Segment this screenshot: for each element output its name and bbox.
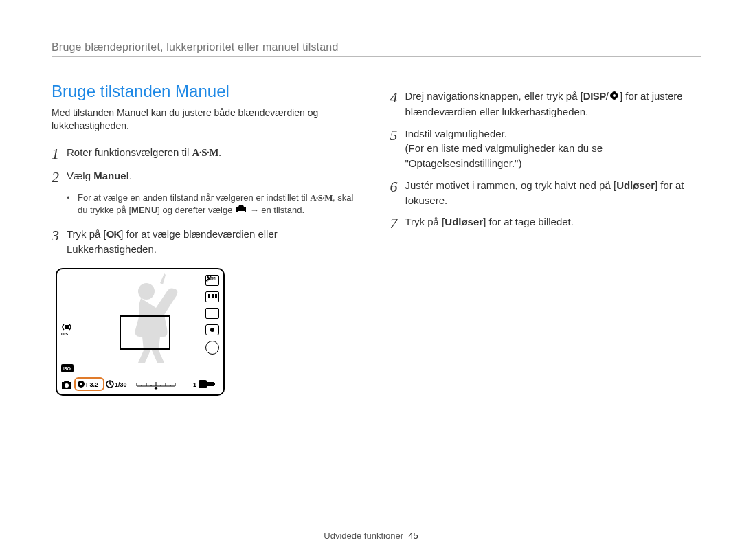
- step-number: 5: [390, 126, 405, 143]
- step-number: 3: [52, 227, 67, 243]
- menu-key-icon: MENU: [131, 205, 157, 215]
- step-number: 4: [390, 89, 405, 105]
- flash-off-icon: [205, 341, 219, 355]
- step-body: Vælg Manuel.: [67, 168, 132, 183]
- two-column-layout: Bruge tilstanden Manuel Med tilstanden M…: [52, 82, 701, 396]
- step-text: Roter funktionsvælgeren til: [67, 146, 192, 158]
- note-part: ] og derefter vælge: [157, 205, 235, 215]
- metering-icon: [205, 324, 219, 335]
- step-text: (For en liste med valgmuligheder kan du …: [405, 142, 603, 169]
- step-body: Tryk på [OK] for at vælge blændeværdien …: [67, 227, 363, 257]
- svg-text:1: 1: [193, 381, 196, 388]
- step-text: Drej navigationsknappen, eller tryk på [: [405, 90, 583, 102]
- step-body: Indstil valgmuligheder. (For en liste me…: [405, 126, 701, 171]
- svg-text:1/30: 1/30: [115, 381, 127, 388]
- svg-line-30: [205, 275, 212, 282]
- step-body: Tryk på [Udløser] for at tage billedet.: [405, 214, 574, 229]
- shutter-key: Udløser: [616, 179, 655, 191]
- svg-point-1: [138, 283, 155, 300]
- camera-mode-icon: [235, 204, 247, 217]
- note-text: For at vælge en anden tilstand når vælge…: [78, 192, 363, 217]
- step-1: 1 Roter funktionsvælgeren til A·S·M.: [52, 145, 363, 161]
- page-footer: Udvidede funktioner 45: [0, 530, 742, 541]
- step-2: 2 Vælg Manuel.: [52, 168, 363, 185]
- ok-key-icon: OK: [106, 228, 121, 240]
- step-body: Roter funktionsvælgeren til A·S·M.: [67, 145, 221, 161]
- svg-text:OIS: OIS: [61, 332, 68, 336]
- footer-section: Udvidede funktioner: [324, 530, 403, 541]
- step-2-note: • For at vælge en anden tilstand når væl…: [67, 192, 363, 217]
- header-rule: [52, 56, 701, 57]
- step-text: Indstil valgmuligheder.: [405, 128, 507, 139]
- step-7: 7 Tryk på [Udløser] for at tage billedet…: [390, 214, 701, 231]
- drive-mode-icon: [205, 308, 219, 319]
- section-intro: Med tilstanden Manuel kan du justere båd…: [52, 107, 363, 133]
- svg-point-10: [80, 383, 82, 385]
- step-number: 7: [390, 214, 405, 231]
- svg-rect-3: [65, 325, 69, 329]
- left-column: Bruge tilstanden Manuel Med tilstanden M…: [52, 82, 363, 396]
- step-text: ] for at tage billedet.: [483, 216, 574, 227]
- section-title: Bruge tilstanden Manuel: [52, 82, 363, 101]
- step-text: .: [218, 146, 221, 158]
- step-text: Justér motivet i rammen, og tryk halvt n…: [405, 179, 617, 191]
- svg-marker-24: [155, 387, 157, 389]
- quality-icon: [205, 291, 219, 302]
- preview-illustration: OIS ISO: [57, 269, 223, 394]
- svg-rect-27: [207, 382, 210, 386]
- macro-flower-icon: [609, 89, 620, 104]
- mode-dial-asm-icon: A·S·M: [192, 146, 218, 161]
- step-text: Vælg: [67, 170, 93, 181]
- preview-right-icons: [205, 275, 219, 355]
- footer-page-number: 45: [408, 530, 418, 541]
- note-part: For at vælge en anden tilstand når vælge…: [78, 192, 310, 203]
- step-text: Tryk på [: [405, 216, 445, 227]
- svg-rect-29: [214, 383, 215, 385]
- svg-point-7: [65, 383, 69, 388]
- step-3: 3 Tryk på [OK] for at vælge blændeværdie…: [52, 227, 363, 257]
- manual-page: Bruge blændeprioritet, lukkerprioritet e…: [0, 0, 742, 560]
- svg-rect-26: [199, 380, 207, 388]
- note-part: → en tilstand.: [250, 205, 305, 215]
- svg-rect-0: [238, 211, 245, 212]
- svg-point-31: [613, 94, 616, 97]
- step-text: Tryk på [: [67, 228, 106, 240]
- step-number: 6: [390, 178, 405, 194]
- step-number: 2: [52, 168, 67, 185]
- step-number: 1: [52, 145, 67, 161]
- step-text: .: [129, 170, 132, 181]
- step-6: 6 Justér motivet i rammen, og tryk halvt…: [390, 178, 701, 208]
- svg-text:F3.2: F3.2: [86, 381, 98, 388]
- step-body: Justér motivet i rammen, og tryk halvt n…: [405, 178, 701, 208]
- running-head: Bruge blændeprioritet, lukkerprioritet e…: [52, 41, 701, 54]
- step-bold: Manuel: [93, 170, 129, 181]
- svg-text:ISO: ISO: [63, 366, 71, 371]
- bullet-dot-icon: •: [67, 192, 78, 217]
- step-body: Drej navigationsknappen, eller tryk på […: [405, 89, 701, 120]
- disp-key-icon: DISP: [583, 90, 606, 102]
- step-4: 4 Drej navigationsknappen, eller tryk på…: [390, 89, 701, 120]
- shutter-key: Udløser: [445, 216, 483, 227]
- mode-dial-asm-icon: A·S·M: [310, 192, 333, 203]
- svg-rect-28: [210, 382, 214, 386]
- step-5: 5 Indstil valgmuligheder. (For en liste …: [390, 126, 701, 171]
- right-column: 4 Drej navigationsknappen, eller tryk på…: [390, 82, 701, 396]
- camera-lcd-preview: OIS ISO: [56, 268, 225, 396]
